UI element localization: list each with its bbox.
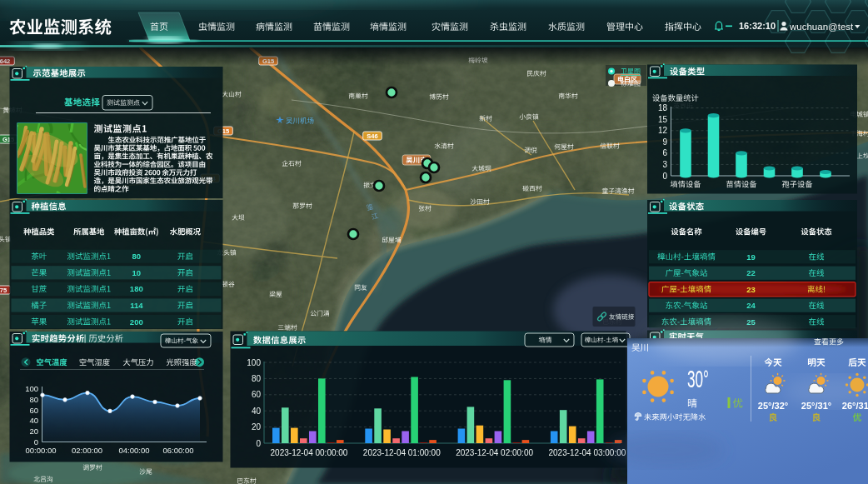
svg-text:100: 100 [247, 358, 261, 367]
svg-text:wuchuan@test: wuchuan@test [789, 22, 854, 32]
svg-text:00:00:00: 00:00:00 [26, 446, 57, 455]
svg-text:25°/31°: 25°/31° [801, 401, 831, 411]
svg-text:19: 19 [746, 252, 756, 262]
svg-text:0: 0 [256, 439, 261, 448]
svg-text:60: 60 [29, 406, 38, 415]
svg-text:80: 80 [252, 374, 262, 383]
svg-text:20: 20 [29, 427, 38, 436]
svg-text:16:32:10: 16:32:10 [739, 21, 776, 31]
svg-text:114: 114 [130, 301, 143, 310]
svg-text:200: 200 [130, 317, 143, 327]
svg-text:20: 20 [252, 422, 262, 432]
svg-text:60: 60 [252, 390, 262, 399]
svg-text:02:00:00: 02:00:00 [72, 446, 102, 455]
svg-text:25°/32°: 25°/32° [758, 401, 788, 411]
svg-text:10: 10 [132, 268, 142, 277]
svg-text:04:00:00: 04:00:00 [119, 446, 150, 455]
svg-text:30°: 30° [687, 365, 709, 392]
svg-text:15: 15 [658, 115, 668, 124]
svg-text:18: 18 [658, 103, 668, 112]
svg-text:80: 80 [29, 395, 38, 404]
svg-text:24: 24 [746, 301, 756, 310]
svg-text:S46: S46 [367, 132, 377, 140]
svg-text:2023-12-04 00:00:00: 2023-12-04 00:00:00 [271, 448, 348, 457]
svg-text:23: 23 [746, 285, 756, 294]
svg-text:22: 22 [746, 268, 756, 277]
svg-text:40: 40 [29, 416, 38, 425]
svg-text:2023-12-04 01:00:00: 2023-12-04 01:00:00 [363, 448, 441, 457]
svg-text:75: 75 [0, 287, 7, 294]
svg-text:3: 3 [662, 160, 667, 169]
svg-text:80: 80 [132, 252, 142, 261]
svg-text:12: 12 [658, 126, 668, 135]
svg-text:2023-12-04 02:00:00: 2023-12-04 02:00:00 [456, 448, 533, 457]
svg-text:9: 9 [662, 137, 667, 147]
svg-text:0: 0 [662, 172, 667, 181]
svg-text:180: 180 [130, 284, 143, 293]
svg-text:40: 40 [252, 407, 262, 416]
svg-text:26°/31°: 26°/31° [842, 401, 868, 411]
svg-text:6: 6 [662, 148, 667, 157]
svg-text:06:00:00: 06:00:00 [163, 446, 194, 455]
svg-text:100: 100 [25, 384, 38, 393]
